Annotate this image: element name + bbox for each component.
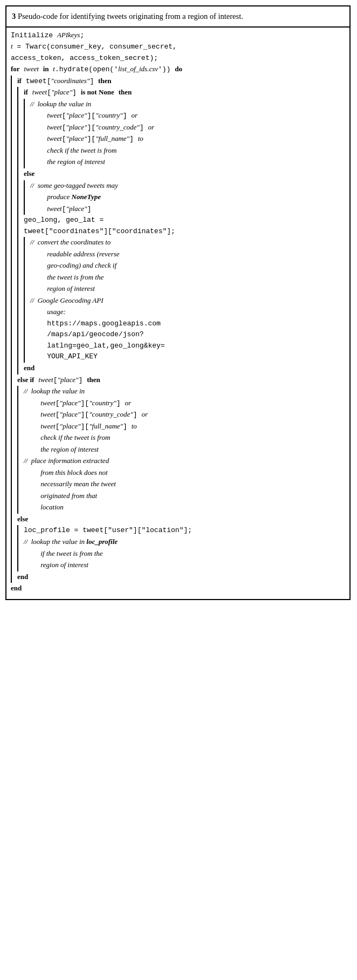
line-if-coords: if tweet["coordinates"] then: [17, 76, 345, 87]
line-comment-convert2: readable address (reverse: [30, 249, 345, 261]
line-end3: end: [11, 583, 345, 595]
line-comment-loc2: if the tweet is from the: [24, 548, 345, 560]
algorithm-header: 3 Pseudo-code for identifying tweets ori…: [6, 6, 349, 28]
for-block: if tweet["coordinates"] then if tweet["p…: [11, 76, 345, 583]
line-end1: end: [24, 363, 345, 375]
line-comment-geo2: produce NoneType: [30, 192, 345, 203]
line-comment-google1: // Google Geocoding API: [30, 295, 345, 307]
line-comment-loc1: // lookup the value in loc_profile: [24, 536, 345, 548]
line-elseif-place: else if tweet["place"] then: [17, 375, 345, 386]
line-comment-convert5: region of interest: [30, 283, 345, 295]
convert-block: // convert the coordinates to readable a…: [24, 237, 345, 363]
line-comment-geo1: // some geo-tagged tweets may: [30, 180, 345, 192]
line-twarc1: t = Twarc(consumer_key, consumer_secret,: [11, 41, 345, 53]
line-twarc2: access_token, access_token_secret);: [11, 53, 345, 64]
line-comment-place2: from this block does not: [24, 467, 345, 479]
if-place-content: // lookup the value in tweet["place"]["c…: [25, 99, 345, 168]
line-comment-lookup1: // lookup the value in: [30, 99, 345, 111]
line-elseif-country-code: tweet["place"]["country_code"] or: [24, 409, 345, 421]
line-comment-geo3: tweet["place"]: [30, 203, 345, 215]
line-comment-place4: originated from that: [24, 491, 345, 502]
line-comment-google3: https://maps.googleapis.com: [30, 318, 345, 330]
line-comment-google5: latlng=geo_lat,geo_long&key=: [30, 341, 345, 352]
line-comment-google2: usage:: [30, 307, 345, 318]
else1-content: // some geo-tagged tweets may produce No…: [25, 180, 345, 215]
convert-content: // convert the coordinates to readable a…: [25, 237, 345, 363]
line-loc-assign: loc_profile = tweet["user"]["location"];: [24, 525, 345, 536]
algorithm-box: 3 Pseudo-code for identifying tweets ori…: [5, 5, 351, 600]
line-comment-place1: // place information extracted: [24, 455, 345, 467]
elseif-block: // lookup the value in tweet["place"]["c…: [17, 386, 345, 514]
line-comment-google4: /maps/api/geocode/json?: [30, 329, 345, 341]
line-region2: the region of interest: [24, 444, 345, 456]
if-place-block: // lookup the value in tweet["place"]["c…: [24, 99, 345, 168]
algorithm-label: 3: [12, 12, 16, 21]
else1-block: // some geo-tagged tweets may produce No…: [24, 180, 345, 215]
else2-content: loc_profile = tweet["user"]["location"];…: [18, 525, 345, 571]
line-check-from1: check if the tweet is from: [30, 145, 345, 157]
line-end2: end: [17, 571, 345, 583]
line-comment-place5: location: [24, 502, 345, 514]
line-region1: the region of interest: [30, 156, 345, 168]
line-check-from2: check if the tweet is from: [24, 432, 345, 444]
line-if-place: if tweet["place"] is not None then: [24, 87, 345, 99]
line-geo-assign1: geo_long, geo_lat =: [24, 215, 345, 226]
line-else1: else: [24, 168, 345, 180]
line-comment-convert4: the tweet is from the: [30, 272, 345, 284]
line-elseif-country: tweet["place"]["country"] or: [24, 398, 345, 410]
line-comment-convert1: // convert the coordinates to: [30, 237, 345, 249]
line-else2: else: [17, 514, 345, 526]
elseif-content: // lookup the value in tweet["place"]["c…: [18, 386, 345, 514]
line-comment-country: tweet["place"]["country"] or: [30, 110, 345, 122]
line-comment-google6: YOUR_API_KEY: [30, 351, 345, 363]
else2-block: loc_profile = tweet["user"]["location"];…: [17, 525, 345, 571]
line-geo-assign2: tweet["coordinates"]["coordinates"];: [24, 226, 345, 237]
line-comment-full-name: tweet["place"]["full_name"] to: [30, 133, 345, 145]
line-init: Initialize APIkeys;: [11, 30, 345, 42]
line-comment-lookup2: // lookup the value in: [24, 386, 345, 398]
if-coords-block: if tweet["place"] is not None then // lo…: [17, 87, 345, 374]
line-elseif-full-name: tweet["place"]["full_name"] to: [24, 421, 345, 433]
algorithm-body: Initialize APIkeys; t = Twarc(consumer_k…: [6, 28, 349, 599]
line-comment-country-code: tweet["place"]["country_code"] or: [30, 122, 345, 134]
line-comment-loc3: region of interest: [24, 560, 345, 571]
line-comment-convert3: geo-coding) and check if: [30, 260, 345, 272]
line-comment-place3: necessarily mean the tweet: [24, 479, 345, 491]
line-for: for tweet in t.hydrate(open('list_of_ids…: [11, 64, 345, 76]
algorithm-title: Pseudo-code for identifying tweets origi…: [18, 12, 243, 21]
if-coords-content: if tweet["place"] is not None then // lo…: [18, 87, 345, 374]
for-content: if tweet["coordinates"] then if tweet["p…: [12, 76, 345, 583]
